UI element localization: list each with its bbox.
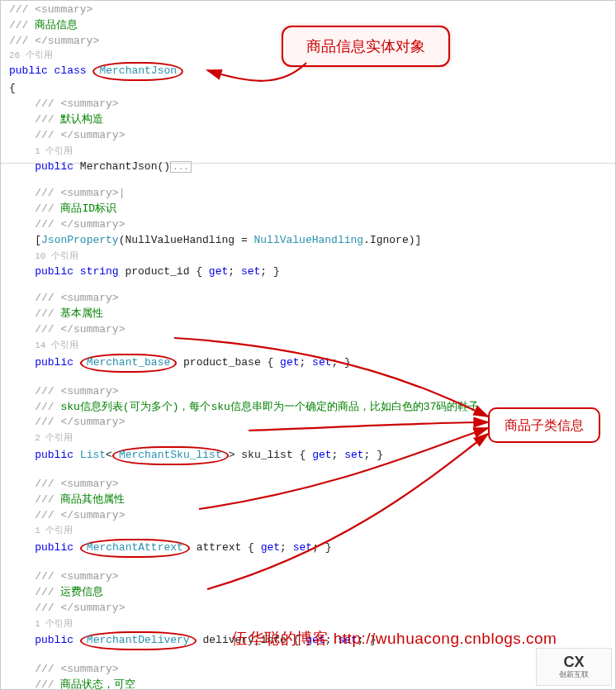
xml-doc-text: 运费信息 [60, 586, 103, 598]
xml-doc: /// <summary> [9, 3, 92, 16]
keyword: get [261, 541, 280, 554]
xml-doc-text: 默认构造 [60, 113, 103, 126]
codelens-refs[interactable]: 1 个引用 [35, 526, 73, 535]
keyword: get [280, 356, 299, 369]
keyword: public [35, 356, 73, 369]
logo-brand: 创新互联 [559, 671, 589, 679]
prop-name: sku_list { [235, 449, 313, 461]
xml-doc-text: 商品其他属性 [60, 493, 125, 506]
code-screenshot: /// <summary> /// 商品信息 /// </summary> 26… [0, 0, 616, 690]
brace-open: { [9, 81, 609, 97]
type-merchantattrext: MerchantAttrext [80, 539, 190, 558]
xml-doc: /// [35, 113, 60, 126]
type: NullValueHandling [254, 234, 363, 246]
xml-doc: /// <summary> [35, 478, 118, 490]
prop-name: product_base { [177, 356, 280, 369]
logo-mark: CX [563, 654, 584, 671]
xml-doc: /// [35, 401, 60, 413]
xml-doc: /// [35, 586, 60, 598]
type-merchantjson: MerchantJson [92, 62, 183, 81]
keyword: get [312, 449, 331, 461]
keyword: public [35, 449, 73, 461]
xml-doc: /// [35, 202, 60, 215]
keyword: public [9, 64, 48, 77]
codelens-refs[interactable]: 10 个引用 [35, 251, 78, 261]
keyword: get [209, 265, 228, 278]
xml-doc-text: sku信息列表(可为多个)，每个sku信息串即为一个确定的商品，比如白色的37码… [60, 401, 479, 413]
codelens-refs[interactable]: 1 个引用 [35, 619, 73, 629]
xml-doc: /// </summary> [35, 323, 125, 335]
prop-name: attrext { [190, 541, 261, 554]
codelens-refs[interactable]: 1 个引用 [35, 146, 73, 156]
keyword: public [35, 265, 73, 278]
keyword: set [344, 449, 363, 461]
keyword: set [293, 541, 312, 554]
type-merchantsku-list: MerchantSku_list [112, 446, 229, 465]
xml-doc: /// [35, 307, 60, 320]
type-merchant-base: Merchant_base [80, 354, 177, 373]
xml-doc: /// [35, 678, 60, 690]
callout-text: 商品子类信息 [505, 418, 584, 432]
keyword: string [73, 265, 119, 278]
keyword: public [35, 160, 73, 173]
codelens-refs[interactable]: 14 个引用 [35, 340, 78, 350]
xml-doc: /// [9, 19, 35, 31]
keyword: set [312, 356, 331, 369]
xml-doc: /// </summary> [35, 129, 125, 141]
keyword: public [35, 541, 73, 554]
xml-doc: /// </summary> [35, 602, 125, 614]
type-merchantdelivery: MerchantDelivery [80, 631, 197, 650]
keyword: class [48, 64, 93, 77]
xml-doc: /// [35, 493, 60, 506]
callout-subclass: 商品子类信息 [488, 407, 600, 443]
blog-watermark: 伍华聪的博客 http://wuhuacong.cnblogs.com [232, 627, 557, 650]
xml-doc: /// </summary> [35, 416, 125, 428]
xml-doc-text: 商品ID标识 [60, 202, 116, 215]
attr-open: [ [35, 234, 41, 246]
collapsed-region[interactable]: ... [170, 161, 192, 173]
xml-doc: /// <summary> [35, 570, 118, 583]
xml-doc: /// <summary> [35, 292, 118, 304]
xml-doc: /// </summary> [35, 218, 125, 231]
xml-doc: /// <summary> [35, 663, 118, 675]
xml-doc-text: 商品状态，可空 [60, 678, 135, 690]
attr-close: .Ignore)] [363, 234, 421, 246]
brand-logo: CX 创新互联 [536, 648, 612, 686]
codelens-refs[interactable]: 2 个引用 [35, 433, 73, 443]
callout-entity: 商品信息实体对象 [282, 26, 450, 67]
attr-args: (NullValueHandling = [119, 234, 254, 246]
xml-doc: /// <summary>| [35, 187, 125, 199]
type: JsonProperty [41, 234, 119, 246]
xml-doc-text: 商品信息 [35, 19, 78, 31]
code-block: /// <summary> /// 商品信息 /// </summary> 26… [9, 2, 609, 690]
xml-doc: /// <summary> [35, 385, 118, 397]
callout-text: 商品信息实体对象 [306, 38, 425, 55]
xml-doc: /// </summary> [35, 509, 125, 521]
ctor: MerchantJson() [73, 160, 170, 173]
xml-doc-text: 基本属性 [60, 307, 103, 320]
xml-doc: /// <summary> [35, 98, 118, 110]
type: List [80, 449, 106, 461]
keyword: set [241, 265, 260, 278]
prop-name: product_id { [119, 265, 209, 278]
keyword: public [35, 634, 73, 646]
xml-doc: /// </summary> [9, 35, 99, 47]
